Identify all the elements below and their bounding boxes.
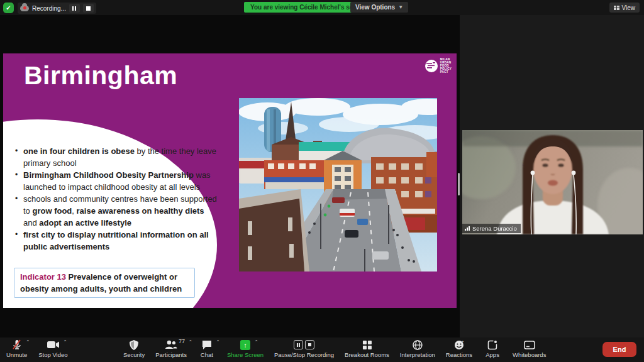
connection-signal-icon (465, 226, 470, 231)
mufpp-logo-text: MILAN URBAN FOOD POLICY PACT (440, 58, 452, 74)
birmingham-photo (239, 98, 437, 272)
smiley-reactions-icon: + (454, 340, 464, 350)
participants-button[interactable]: 77 ⌃ Participants (155, 339, 187, 358)
video-camera-icon (47, 341, 59, 349)
breakout-rooms-button[interactable]: Breakout Rooms (345, 339, 389, 358)
chat-button[interactable]: ⌃ Chat (197, 339, 216, 358)
encryption-shield-icon[interactable]: ✓ (3, 3, 14, 13)
participant-name-tag: Serena Duraccio (462, 224, 521, 233)
share-screen-icon: ↑ (240, 340, 250, 350)
share-options-caret[interactable]: ⌃ (254, 339, 258, 345)
pause-stop-recording-button[interactable]: Pause/Stop Recording (274, 339, 334, 358)
video-options-caret[interactable]: ⌃ (63, 339, 67, 345)
bullet-list: one in four children is obese by the tim… (12, 145, 219, 253)
reactions-button[interactable]: + Reactions (446, 339, 472, 358)
meeting-topbar: ✓ Recording... You are viewing Cécile Mi… (0, 0, 644, 15)
stop-video-button[interactable]: ⌃ Stop Video (38, 339, 67, 358)
meeting-toolbar: ⌃ Unmute ⌃ Stop Video (0, 337, 644, 362)
view-options-button[interactable]: View Options ▼ (350, 2, 408, 13)
microphone-muted-icon (12, 339, 22, 350)
view-button[interactable]: View (609, 3, 640, 13)
participants-count-badge: 77 (179, 338, 185, 344)
shared-screen-area: Birmingham MILAN URBAN FOOD POLICY PACT (0, 15, 460, 337)
recording-indicator: Recording... (18, 3, 96, 14)
whiteboard-icon (524, 341, 535, 349)
slide-title: Birmingham (24, 61, 177, 90)
participant-name: Serena Duraccio (472, 225, 517, 232)
participant-webcam-feed (462, 130, 643, 234)
panel-resize-handle[interactable] (458, 173, 460, 195)
indicator-number: Indicator 13 (20, 272, 66, 282)
participants-options-caret[interactable]: ⌃ (188, 339, 192, 345)
recording-label: Recording... (32, 5, 66, 12)
interpretation-button[interactable]: Interpretation (400, 339, 435, 358)
zoom-meeting-window: ✓ Recording... You are viewing Cécile Mi… (0, 0, 644, 362)
bullet-item: Birmingham Childhood Obesity Partnership… (23, 169, 219, 193)
chat-options-caret[interactable]: ⌃ (216, 339, 220, 345)
view-options-label: View Options (355, 4, 395, 11)
unmute-button[interactable]: ⌃ Unmute (6, 339, 27, 358)
unmute-options-caret[interactable]: ⌃ (26, 339, 30, 345)
video-panel: Serena Duraccio (460, 15, 644, 337)
stop-recording-button[interactable] (83, 4, 94, 13)
view-layout-icon (614, 6, 619, 10)
mufpp-globe-icon (425, 59, 438, 73)
cloud-recording-icon (20, 6, 29, 11)
bullet-item: one in four children is obese by the tim… (23, 145, 219, 169)
apps-button[interactable]: Apps (483, 339, 502, 358)
apps-icon (487, 340, 497, 350)
share-screen-button[interactable]: ↑ ⌃ Share Screen (227, 339, 264, 358)
mufpp-logo: MILAN URBAN FOOD POLICY PACT (425, 58, 452, 74)
breakout-rooms-icon (362, 341, 371, 349)
bullet-item: schools and community centres have been … (23, 193, 219, 229)
participant-video-tile[interactable]: Serena Duraccio (462, 130, 643, 234)
bullet-item: first city to display nutritional inform… (23, 229, 219, 253)
globe-icon (413, 340, 423, 350)
view-label: View (622, 4, 636, 11)
chevron-down-icon: ▼ (398, 5, 403, 10)
pause-recording-button[interactable] (69, 4, 80, 13)
indicator-callout: Indicator 13 Prevalence of overweight or… (14, 268, 195, 298)
chat-bubble-icon (202, 340, 212, 349)
end-meeting-button[interactable]: End (602, 342, 636, 357)
whiteboards-button[interactable]: Whiteboards (513, 339, 546, 358)
participants-icon (165, 340, 177, 349)
presentation-slide: Birmingham MILAN URBAN FOOD POLICY PACT (3, 53, 457, 308)
security-button[interactable]: Security (123, 339, 145, 358)
shield-icon (130, 340, 138, 350)
svg-text:+: + (462, 340, 464, 343)
pause-stop-recording-icon (294, 340, 314, 349)
